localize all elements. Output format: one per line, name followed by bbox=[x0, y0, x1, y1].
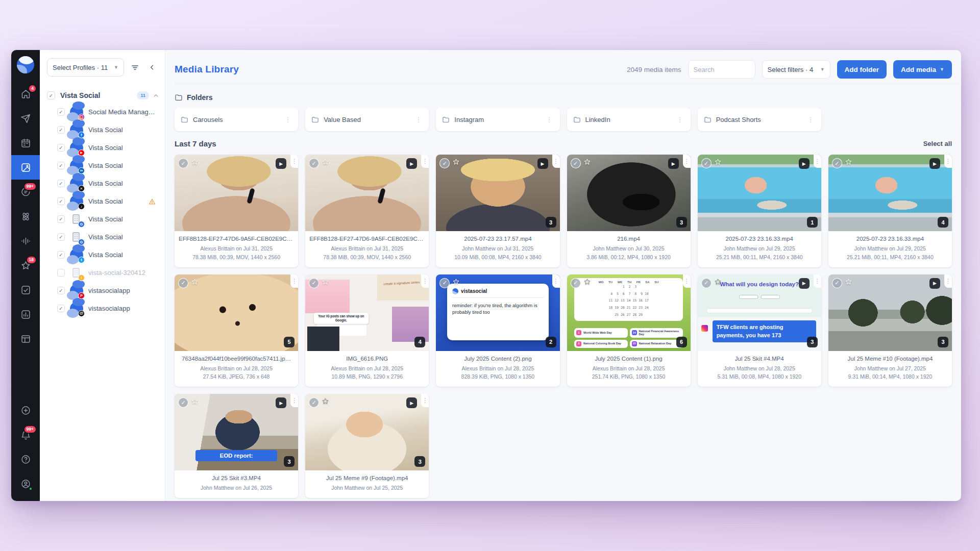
media-thumbnail[interactable]: vistasocial reminder: if you're tired, t… bbox=[436, 274, 559, 351]
favorite-star-icon[interactable] bbox=[583, 158, 591, 167]
favorite-star-icon[interactable] bbox=[452, 158, 460, 167]
select-check-icon[interactable]: ✓ bbox=[309, 397, 319, 408]
folder-card-value-based[interactable]: Value Based ⋮ bbox=[305, 108, 429, 131]
folder-menu-icon[interactable]: ⋮ bbox=[544, 115, 555, 124]
favorite-star-icon[interactable] bbox=[191, 397, 199, 407]
media-card[interactable]: ✓ ▶ ⋮ 3 216.mp4 John Matthew on Jul 30, … bbox=[567, 155, 691, 267]
folder-menu-icon[interactable]: ⋮ bbox=[413, 115, 424, 124]
select-check-icon[interactable]: ✓ bbox=[439, 158, 450, 168]
rail-create-button[interactable] bbox=[11, 398, 40, 422]
media-card[interactable]: What will you design today? TFW clients … bbox=[698, 274, 821, 387]
rail-media-library-button[interactable] bbox=[11, 155, 40, 180]
media-thumbnail[interactable]: What will you design today? TFW clients … bbox=[698, 274, 821, 351]
media-card[interactable]: ✓ ▶ ⋮ EFF8B128-EF27-47D6-9A5F-CEB02E9C33… bbox=[175, 155, 298, 267]
select-check-icon[interactable]: ✓ bbox=[701, 278, 712, 288]
rail-inbox-button[interactable]: 99+ bbox=[11, 180, 40, 204]
collapse-sidebar-button[interactable] bbox=[145, 61, 159, 74]
rail-help-button[interactable] bbox=[11, 447, 40, 471]
profile-checkbox[interactable]: ✓ bbox=[57, 162, 65, 169]
profile-checkbox[interactable]: ✓ bbox=[57, 305, 65, 312]
profile-checkbox[interactable]: ✓ bbox=[57, 144, 65, 152]
folder-menu-icon[interactable]: ⋮ bbox=[805, 115, 816, 124]
card-menu-icon[interactable]: ⋮ bbox=[683, 155, 691, 168]
media-thumbnail[interactable]: ✓ ▶ ⋮ bbox=[175, 155, 298, 231]
media-thumbnail[interactable]: ✓ ▶ ⋮ 4 bbox=[828, 155, 952, 231]
media-thumbnail[interactable]: ✓ ⋮ 5 bbox=[175, 274, 298, 351]
profile-row-google-business[interactable]: ✓ G Vista Social bbox=[47, 228, 159, 246]
profile-row-threads[interactable]: ✓ @ vistasocialapp bbox=[47, 299, 159, 317]
profile-checkbox[interactable]: ✓ bbox=[57, 215, 65, 223]
select-check-icon[interactable]: ✓ bbox=[439, 278, 450, 288]
favorite-star-icon[interactable] bbox=[452, 278, 460, 287]
favorite-star-icon[interactable] bbox=[583, 278, 591, 287]
media-card[interactable]: ✓ ▶ ⋮ 3 2025-07-23 23.17.57.mp4 John Mat… bbox=[436, 155, 559, 267]
card-menu-icon[interactable]: ⋮ bbox=[814, 155, 821, 168]
select-check-icon[interactable]: ✓ bbox=[309, 158, 319, 168]
card-menu-icon[interactable]: ⋮ bbox=[814, 274, 821, 288]
favorite-star-icon[interactable] bbox=[322, 278, 329, 287]
profile-row-disconnected[interactable]: ! vista-social-320412 bbox=[47, 264, 159, 282]
favorite-star-icon[interactable] bbox=[714, 158, 722, 167]
rail-connections-button[interactable] bbox=[11, 204, 40, 229]
profile-row-google-business[interactable]: ✓ G Vista Social bbox=[47, 210, 159, 228]
media-thumbnail[interactable]: ✓ ▶ ⋮ 1 bbox=[698, 155, 821, 231]
media-thumbnail[interactable]: ✓ ▶ ⋮ 3 bbox=[828, 274, 952, 351]
add-media-button[interactable]: Add media ▼ bbox=[893, 60, 952, 79]
rail-publish-button[interactable] bbox=[11, 106, 40, 131]
media-thumbnail[interactable]: ✓ ▶ ⋮ bbox=[305, 155, 429, 231]
profile-row-linkedin[interactable]: ✓ in Vista Social bbox=[47, 157, 159, 174]
media-card[interactable]: create a signature series Your IG posts … bbox=[305, 274, 429, 387]
rail-calendar-button[interactable] bbox=[11, 131, 40, 155]
profile-row-tiktok[interactable]: ✓ ♪ Vista Social bbox=[47, 192, 159, 210]
media-card[interactable]: ✓ ⋮ 5 76348aa2f044f10bee99f960fac57411.j… bbox=[175, 274, 298, 387]
rail-home-button[interactable]: 4 bbox=[11, 82, 40, 106]
media-card[interactable]: ✓ ▶ ⋮ 3 Jul 25 Meme #9 (Footage).mp4 Joh… bbox=[305, 394, 429, 498]
profile-row-facebook[interactable]: ✓ f Vista Social bbox=[47, 121, 159, 139]
favorite-star-icon[interactable] bbox=[845, 278, 852, 287]
media-card[interactable]: EOD report: ✓ ▶ ⋮ 3 Jul 25 Skit #3.MP4 J… bbox=[175, 394, 298, 498]
profile-checkbox[interactable]: ✓ bbox=[57, 197, 65, 205]
media-thumbnail[interactable]: ✓ ▶ ⋮ 3 bbox=[567, 155, 691, 231]
folder-card-podcast-shorts[interactable]: Podcast Shorts ⋮ bbox=[698, 108, 821, 131]
favorite-star-icon[interactable] bbox=[714, 278, 722, 287]
folder-card-linkedin[interactable]: LinkedIn ⋮ bbox=[567, 108, 691, 131]
rail-tasks-button[interactable] bbox=[11, 278, 40, 302]
card-menu-icon[interactable]: ⋮ bbox=[552, 274, 560, 288]
select-check-icon[interactable]: ✓ bbox=[309, 278, 319, 288]
rail-boards-button[interactable] bbox=[11, 327, 40, 351]
profile-checkbox[interactable]: ✓ bbox=[57, 126, 65, 134]
select-profiles-dropdown[interactable]: Select Profiles · 11 ▼ bbox=[47, 58, 124, 77]
media-card[interactable]: ✓ ▶ ⋮ EFF8B128-EF27-47D6-9A5F-CEB02E9C33… bbox=[305, 155, 429, 267]
profile-row-instagram[interactable]: ✓ Social Media Managem… bbox=[47, 103, 159, 121]
media-card[interactable]: ✓ ▶ ⋮ 1 2025-07-23 23.16.33.mp4 John Mat… bbox=[698, 155, 821, 267]
select-check-icon[interactable]: ✓ bbox=[571, 278, 581, 288]
profile-checkbox[interactable]: ✓ bbox=[57, 180, 65, 187]
profiles-filter-button[interactable] bbox=[128, 61, 141, 74]
rail-listening-button[interactable] bbox=[11, 229, 40, 253]
media-thumbnail[interactable]: create a signature series Your IG posts … bbox=[305, 274, 429, 351]
media-thumbnail[interactable]: ✓ ▶ ⋮ 3 bbox=[436, 155, 559, 231]
rail-notifications-button[interactable]: 99+ bbox=[11, 422, 40, 447]
favorite-star-icon[interactable] bbox=[845, 158, 852, 167]
rail-reports-button[interactable] bbox=[11, 302, 40, 327]
chevron-up-icon[interactable] bbox=[153, 93, 159, 98]
media-thumbnail[interactable]: MO TU WE TH FR SA SU 1 2 3 4 5 6 7 8 9 1… bbox=[567, 274, 691, 351]
folder-card-carousels[interactable]: Carousels ⋮ bbox=[175, 108, 298, 131]
group-checkbox[interactable]: ✓ bbox=[47, 91, 55, 99]
profile-checkbox[interactable] bbox=[57, 269, 65, 277]
add-folder-button[interactable]: Add folder bbox=[837, 60, 887, 79]
media-card[interactable]: ✓ ▶ ⋮ 3 Jul 25 Meme #10 (Footage).mp4 Jo… bbox=[828, 274, 952, 387]
media-card[interactable]: MO TU WE TH FR SA SU 1 2 3 4 5 6 7 8 9 1… bbox=[567, 274, 691, 387]
favorite-star-icon[interactable] bbox=[191, 158, 199, 167]
favorite-star-icon[interactable] bbox=[322, 397, 329, 407]
select-check-icon[interactable]: ✓ bbox=[832, 278, 842, 288]
media-thumbnail[interactable]: EOD report: ✓ ▶ ⋮ 3 bbox=[175, 394, 298, 470]
profile-checkbox[interactable]: ✓ bbox=[57, 233, 65, 241]
select-check-icon[interactable]: ✓ bbox=[832, 158, 842, 168]
media-card[interactable]: vistasocial reminder: if you're tired, t… bbox=[436, 274, 559, 387]
select-filters-dropdown[interactable]: Select filters · 4 ▼ bbox=[762, 60, 830, 79]
card-menu-icon[interactable]: ⋮ bbox=[421, 155, 429, 168]
profile-checkbox[interactable]: ✓ bbox=[57, 108, 65, 116]
card-menu-icon[interactable]: ⋮ bbox=[944, 274, 952, 288]
search-input[interactable] bbox=[688, 60, 755, 79]
